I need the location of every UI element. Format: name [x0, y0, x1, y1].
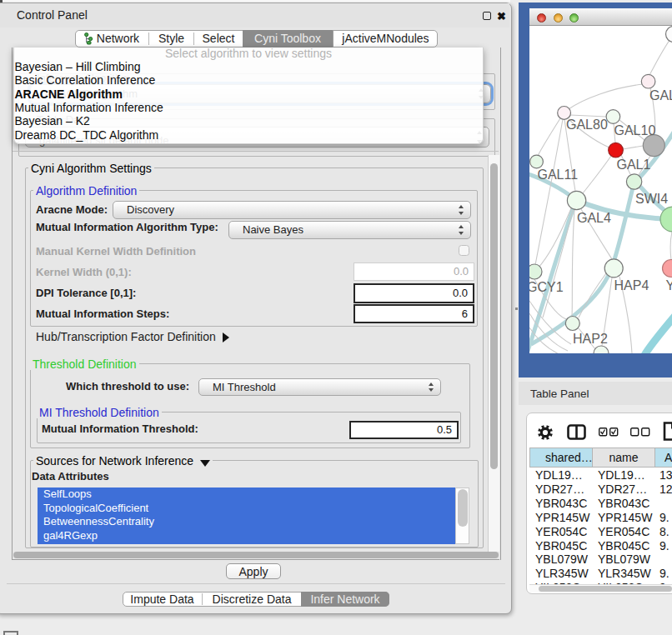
svg-text:GAL80: GAL80: [566, 118, 608, 132]
svg-text:GAL1: GAL1: [617, 158, 651, 172]
svg-text:HAP4: HAP4: [614, 278, 649, 292]
svg-text:GAL4: GAL4: [577, 211, 611, 225]
svg-text:HAP2: HAP2: [573, 332, 608, 346]
svg-text:SWI4: SWI4: [635, 192, 668, 206]
svg-text:GAL7: GAL7: [649, 88, 672, 102]
svg-text:GAL10: GAL10: [614, 123, 656, 138]
svg-text:Y: Y: [666, 278, 672, 292]
svg-text:GCY1: GCY1: [529, 280, 564, 294]
svg-text:GAL11: GAL11: [538, 168, 579, 182]
